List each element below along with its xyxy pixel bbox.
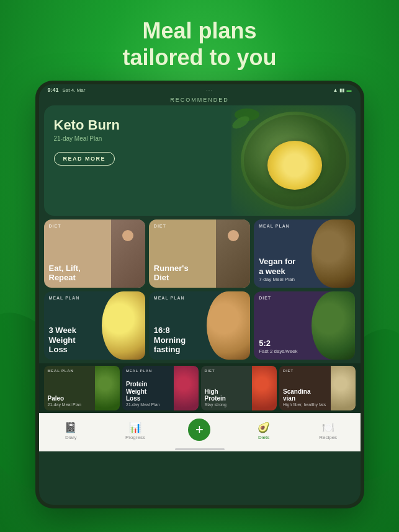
high-protein-card[interactable]: DIET HighProteinStay strong <box>201 366 277 410</box>
recipes-icon: 🍽️ <box>322 422 334 433</box>
paleo-title: Paleo21-day Meal Plan <box>48 395 81 407</box>
card-grid-row2: MEAL PLAN 3 WeekWeightLoss MEAL PLAN 16:… <box>39 291 361 363</box>
eggs-food-circle <box>102 291 145 360</box>
weight-loss-card[interactable]: MEAL PLAN 3 WeekWeightLoss <box>44 291 145 360</box>
eat-lift-repeat-card[interactable]: DIET NEW Eat, Lift,Repeat <box>44 219 145 288</box>
battery-icon: ▮▮ <box>339 87 344 93</box>
home-indicator <box>39 446 361 451</box>
hero-card-content: Keto Burn 21-day Meal Plan READ MORE <box>54 118 120 166</box>
tab-add[interactable]: + <box>168 419 232 443</box>
home-bar <box>175 448 225 450</box>
five-two-title: 5:2Fast 2 days/week <box>259 339 297 355</box>
page-title: Meal planstailored to you <box>0 17 399 71</box>
protein-weight-type: MEAL PLAN <box>126 369 152 373</box>
status-date: Sat 4. Mar <box>63 87 86 93</box>
five-two-type: DIET <box>259 296 271 300</box>
weight-loss-title: 3 WeekWeightLoss <box>49 326 77 355</box>
fasting-food-img <box>207 291 250 360</box>
runners-diet-card[interactable]: DIET NEW Runner'sDiet <box>149 219 250 288</box>
five-two-food-img <box>312 291 355 360</box>
paleo-card[interactable]: MEAL PLAN Paleo21-day Meal Plan <box>44 366 120 410</box>
ipad-screen: 9:41 Sat 4. Mar · · · ▲ ▮▮ ▬ RECOMMENDED… <box>39 84 361 505</box>
fasting-card[interactable]: MEAL PLAN 16:8Morningfasting <box>149 291 250 360</box>
read-more-button[interactable]: READ MORE <box>54 152 115 166</box>
tab-bar: 📓 Diary 📊 Progress + 🥑 Diets 🍽️ Recipes <box>39 413 361 446</box>
high-protein-type: DIET <box>205 369 215 373</box>
hero-card-title: Keto Burn <box>54 118 120 133</box>
paleo-type: MEAL PLAN <box>48 369 74 373</box>
scandinavian-type: DIET <box>283 369 294 373</box>
status-time: 9:41 <box>48 87 59 93</box>
tab-progress[interactable]: 📊 Progress <box>103 422 168 440</box>
runners-title: Runner'sDiet <box>154 264 189 283</box>
wifi-icon: ▲ <box>333 87 338 93</box>
high-protein-food-img <box>252 366 277 410</box>
card-grid-row1: DIET NEW Eat, Lift,Repeat DIET NEW Runne… <box>39 216 361 291</box>
add-button[interactable]: + <box>188 419 210 441</box>
eat-lift-type: DIET <box>49 224 61 228</box>
scandinavian-title: ScandinavianHigh fiber, healthy fats <box>283 388 326 407</box>
tab-recipes[interactable]: 🍽️ Recipes <box>296 422 361 440</box>
weight-loss-type: MEAL PLAN <box>49 296 80 300</box>
avocado-food-circle <box>312 291 355 360</box>
vegan-food-img <box>312 219 355 288</box>
diary-icon: 📓 <box>65 422 77 433</box>
battery-full-icon: ▬ <box>346 87 351 93</box>
high-protein-title: HighProteinStay strong <box>205 388 226 407</box>
weight-loss-food-img <box>102 291 145 360</box>
person-silhouette-1 <box>111 219 145 288</box>
bottom-strip: MEAL PLAN Paleo21-day Meal Plan MEAL PLA… <box>39 363 361 413</box>
diary-label: Diary <box>65 435 77 440</box>
recipes-label: Recipes <box>319 435 337 440</box>
eat-lift-person <box>111 219 145 288</box>
salad-bowl-image <box>241 112 349 210</box>
eat-lift-title: Eat, Lift,Repeat <box>49 264 81 283</box>
tab-diary[interactable]: 📓 Diary <box>39 422 104 440</box>
protein-weight-title: ProteinWeightLoss21-day Meal Plan <box>126 381 159 407</box>
vegan-food-circle <box>312 219 355 288</box>
person-silhouette-2 <box>216 219 250 288</box>
progress-icon: 📊 <box>129 422 141 433</box>
protein-weight-card[interactable]: MEAL PLAN ProteinWeightLoss21-day Meal P… <box>122 366 199 410</box>
diets-label: Diets <box>258 435 269 440</box>
recommended-label: RECOMMENDED <box>39 95 361 105</box>
hero-card[interactable]: Keto Burn 21-day Meal Plan READ MORE <box>44 105 356 216</box>
hero-card-subtitle: 21-day Meal Plan <box>54 135 120 142</box>
protein-weight-food-img <box>174 366 199 410</box>
hero-food-image <box>231 105 356 216</box>
diets-icon: 🥑 <box>258 422 270 433</box>
vegan-type: MEAL PLAN <box>259 224 290 228</box>
vegan-title: Vegan fora week7-day Meal Plan <box>259 257 295 283</box>
status-bar: 9:41 Sat 4. Mar · · · ▲ ▮▮ ▬ <box>39 84 361 95</box>
runners-type: DIET <box>154 224 166 228</box>
pasta-food-circle <box>207 291 250 360</box>
progress-label: Progress <box>125 435 145 440</box>
vegan-week-card[interactable]: MEAL PLAN Vegan fora week7-day Meal Plan <box>254 219 355 288</box>
status-icons: ▲ ▮▮ ▬ <box>333 87 352 93</box>
fasting-title: 16:8Morningfasting <box>154 326 186 355</box>
tab-diets[interactable]: 🥑 Diets <box>231 422 296 440</box>
fasting-type: MEAL PLAN <box>154 296 185 300</box>
runners-person <box>216 219 250 288</box>
ipad-frame: 9:41 Sat 4. Mar · · · ▲ ▮▮ ▬ RECOMMENDED… <box>35 81 364 508</box>
five-two-card[interactable]: DIET 5:2Fast 2 days/week <box>254 291 355 360</box>
scandinavian-food-img <box>331 366 356 410</box>
paleo-food-img <box>95 366 120 410</box>
three-dots: · · · <box>206 88 212 92</box>
scandinavian-card[interactable]: DIET ScandinavianHigh fiber, healthy fat… <box>279 366 356 410</box>
